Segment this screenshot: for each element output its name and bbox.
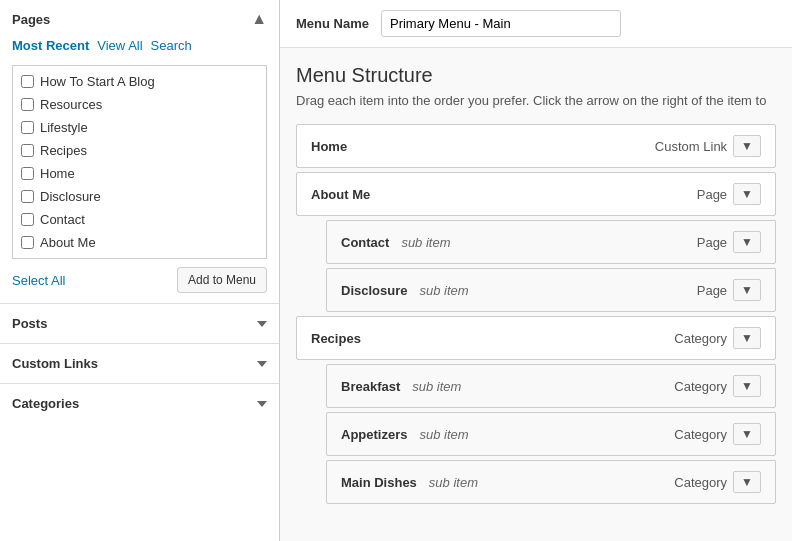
menu-item-appetizers-sublabel: sub item	[419, 427, 468, 442]
page-label-2[interactable]: Lifestyle	[40, 120, 88, 135]
menu-item-contact-name: Contact	[341, 235, 389, 250]
menu-item-main-dishes-right: Category ▼	[674, 471, 761, 493]
list-item: Lifestyle	[13, 116, 266, 139]
list-item: Resources	[13, 93, 266, 116]
menu-name-bar: Menu Name	[280, 0, 792, 48]
menu-structure-title: Menu Structure	[296, 64, 776, 87]
left-panel: Pages ▲ Most Recent View All Search How …	[0, 0, 280, 541]
menu-item-main-dishes-type: Category	[674, 475, 727, 490]
menu-item-breakfast-right: Category ▼	[674, 375, 761, 397]
page-checkbox-2[interactable]	[21, 121, 34, 134]
menu-item-main-dishes-arrow[interactable]: ▼	[733, 471, 761, 493]
menu-item-breakfast-type: Category	[674, 379, 727, 394]
menu-item-contact-right: Page ▼	[697, 231, 761, 253]
menu-item-disclosure-name: Disclosure	[341, 283, 407, 298]
menu-item-appetizers-name: Appetizers	[341, 427, 407, 442]
page-checkbox-7[interactable]	[21, 236, 34, 249]
menu-item-about-me-name: About Me	[311, 187, 370, 202]
posts-header[interactable]: Posts	[0, 304, 279, 343]
menu-structure-content: Menu Structure Drag each item into the o…	[280, 48, 792, 524]
menu-item-disclosure-type: Page	[697, 283, 727, 298]
menu-item-recipes: Recipes Category ▼	[296, 316, 776, 360]
menu-item-appetizers-arrow[interactable]: ▼	[733, 423, 761, 445]
menu-item-recipes-right: Category ▼	[674, 327, 761, 349]
tab-most-recent[interactable]: Most Recent	[12, 36, 89, 55]
menu-structure-desc: Drag each item into the order you prefer…	[296, 93, 776, 108]
menu-item-main-dishes-sublabel: sub item	[429, 475, 478, 490]
menu-item-recipes-arrow[interactable]: ▼	[733, 327, 761, 349]
page-label-1[interactable]: Resources	[40, 97, 102, 112]
menu-item-main-dishes: Main Dishes sub item Category ▼	[326, 460, 776, 504]
menu-item-contact: Contact sub item Page ▼	[326, 220, 776, 264]
menu-item-home-name: Home	[311, 139, 347, 154]
page-checkbox-3[interactable]	[21, 144, 34, 157]
menu-item-disclosure: Disclosure sub item Page ▼	[326, 268, 776, 312]
select-all-link[interactable]: Select All	[12, 273, 65, 288]
menu-item-home-type: Custom Link	[655, 139, 727, 154]
page-checkbox-5[interactable]	[21, 190, 34, 203]
menu-item-disclosure-left: Disclosure sub item	[341, 283, 469, 298]
posts-chevron-icon	[257, 321, 267, 327]
pages-section: Pages ▲ Most Recent View All Search How …	[0, 0, 279, 303]
menu-item-about-me: About Me Page ▼	[296, 172, 776, 216]
page-label-4[interactable]: Home	[40, 166, 75, 181]
page-label-3[interactable]: Recipes	[40, 143, 87, 158]
categories-label: Categories	[12, 396, 79, 411]
tab-search[interactable]: Search	[151, 36, 192, 55]
custom-links-label: Custom Links	[12, 356, 98, 371]
pages-tabs: Most Recent View All Search	[12, 36, 267, 55]
custom-links-header[interactable]: Custom Links	[0, 344, 279, 383]
menu-item-contact-arrow[interactable]: ▼	[733, 231, 761, 253]
menu-item-contact-sublabel: sub item	[401, 235, 450, 250]
pages-collapse-button[interactable]: ▲	[251, 10, 267, 28]
menu-item-about-me-left: About Me	[311, 187, 370, 202]
menu-item-appetizers: Appetizers sub item Category ▼	[326, 412, 776, 456]
right-panel: Menu Name Menu Structure Drag each item …	[280, 0, 792, 541]
custom-links-chevron-icon	[257, 361, 267, 367]
menu-item-breakfast-name: Breakfast	[341, 379, 400, 394]
menu-item-recipes-left: Recipes	[311, 331, 361, 346]
menu-item-breakfast-left: Breakfast sub item	[341, 379, 461, 394]
list-item: Home	[13, 162, 266, 185]
menu-item-disclosure-sublabel: sub item	[419, 283, 468, 298]
menu-item-about-me-type: Page	[697, 187, 727, 202]
page-checkbox-6[interactable]	[21, 213, 34, 226]
menu-item-recipes-type: Category	[674, 331, 727, 346]
page-label-5[interactable]: Disclosure	[40, 189, 101, 204]
categories-chevron-icon	[257, 401, 267, 407]
menu-item-breakfast: Breakfast sub item Category ▼	[326, 364, 776, 408]
list-item: Disclosure	[13, 185, 266, 208]
pages-footer: Select All Add to Menu	[12, 267, 267, 293]
page-checkbox-0[interactable]	[21, 75, 34, 88]
menu-item-contact-type: Page	[697, 235, 727, 250]
posts-label: Posts	[12, 316, 47, 331]
page-label-0[interactable]: How To Start A Blog	[40, 74, 155, 89]
categories-section: Categories	[0, 383, 279, 423]
page-label-7[interactable]: About Me	[40, 235, 96, 250]
list-item: Recipes	[13, 139, 266, 162]
menu-item-breakfast-arrow[interactable]: ▼	[733, 375, 761, 397]
menu-item-disclosure-right: Page ▼	[697, 279, 761, 301]
menu-item-contact-left: Contact sub item	[341, 235, 451, 250]
menu-item-home: Home Custom Link ▼	[296, 124, 776, 168]
page-list: How To Start A Blog Resources Lifestyle …	[12, 65, 267, 259]
categories-header[interactable]: Categories	[0, 384, 279, 423]
menu-item-main-dishes-left: Main Dishes sub item	[341, 475, 478, 490]
menu-item-main-dishes-name: Main Dishes	[341, 475, 417, 490]
menu-item-about-me-arrow[interactable]: ▼	[733, 183, 761, 205]
menu-item-home-arrow[interactable]: ▼	[733, 135, 761, 157]
menu-item-home-right: Custom Link ▼	[655, 135, 761, 157]
menu-name-label: Menu Name	[296, 16, 369, 31]
menu-item-appetizers-right: Category ▼	[674, 423, 761, 445]
add-to-menu-button[interactable]: Add to Menu	[177, 267, 267, 293]
page-checkbox-4[interactable]	[21, 167, 34, 180]
page-label-6[interactable]: Contact	[40, 212, 85, 227]
page-checkbox-1[interactable]	[21, 98, 34, 111]
tab-view-all[interactable]: View All	[97, 36, 142, 55]
list-item: Contact	[13, 208, 266, 231]
menu-item-disclosure-arrow[interactable]: ▼	[733, 279, 761, 301]
posts-section: Posts	[0, 303, 279, 343]
menu-item-appetizers-type: Category	[674, 427, 727, 442]
menu-name-input[interactable]	[381, 10, 621, 37]
menu-item-breakfast-sublabel: sub item	[412, 379, 461, 394]
